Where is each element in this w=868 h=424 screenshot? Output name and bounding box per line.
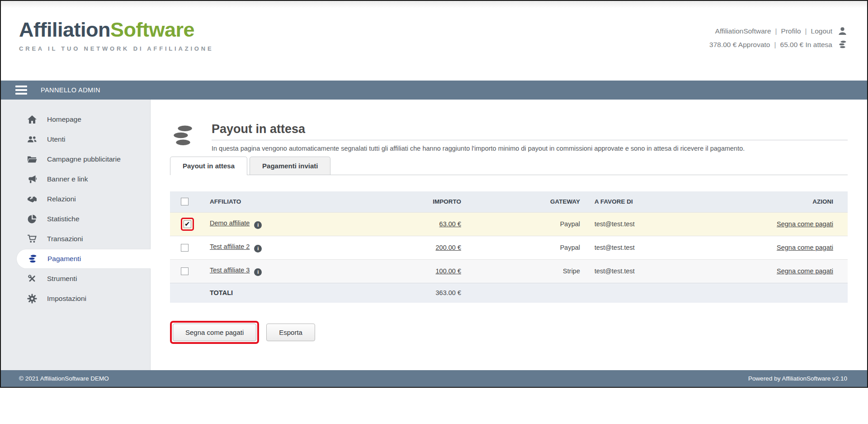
row-checkbox[interactable]	[181, 267, 189, 275]
sidebar-item-label: Utenti	[47, 135, 66, 143]
table-row: Demo affiliatei 63.00 € Paypal test@test…	[170, 212, 848, 236]
sidebar-item-campagne[interactable]: Campagne pubblicitarie	[1, 149, 150, 169]
sidebar-item-label: Campagne pubblicitarie	[47, 155, 121, 163]
logout-link[interactable]: Logout	[811, 28, 832, 35]
sidebar-item-label: Impostazioni	[47, 295, 86, 303]
header-brand-link[interactable]: AffiliationSoftware	[715, 28, 771, 35]
admin-bar-title: PANNELLO ADMIN	[41, 86, 100, 94]
megaphone-icon	[27, 174, 37, 184]
main-content: Payout in attesa In questa pagina vengon…	[151, 100, 867, 370]
logo[interactable]: AffiliationSoftware CREA IL TUO NETWORK …	[19, 18, 213, 81]
sidebar-item-strumenti[interactable]: Strumenti	[1, 269, 150, 289]
page-title: Payout in attesa	[212, 122, 848, 136]
column-header-gateway: GATEWAY	[475, 191, 594, 212]
affiliate-link[interactable]: Demo affiliate	[210, 219, 250, 227]
affiliate-link[interactable]: Test affiliate 2	[210, 243, 250, 250]
tab-payout-in-attesa[interactable]: Payout in attesa	[170, 157, 247, 175]
row-checkbox[interactable]	[181, 244, 189, 252]
table-header-row: AFFILIATO IMPORTO GATEWAY A FAVORE DI AZ…	[170, 191, 848, 212]
admin-bar: PANNELLO ADMIN	[1, 81, 867, 100]
export-button[interactable]: Esporta	[266, 324, 315, 341]
gateway-value: Paypal	[475, 212, 594, 236]
column-header-affiliato: AFFILIATO	[197, 191, 396, 212]
sidebar-item-relazioni[interactable]: Relazioni	[1, 189, 150, 209]
pie-chart-icon	[27, 214, 37, 224]
payee-value: test@test.test	[594, 212, 719, 236]
totals-value: 363.00 €	[396, 283, 475, 303]
sidebar-item-label: Transazioni	[47, 235, 83, 243]
payout-table-wrap: AFFILIATO IMPORTO GATEWAY A FAVORE DI AZ…	[170, 191, 848, 303]
tab-pagamenti-inviati[interactable]: Pagamenti inviati	[250, 157, 330, 175]
amount-link[interactable]: 63.00 €	[439, 220, 461, 228]
column-header-azioni: AZIONI	[719, 191, 848, 212]
sidebar: Homepage Utenti Campagne pubblicitarie B…	[1, 100, 151, 370]
payout-table: AFFILIATO IMPORTO GATEWAY A FAVORE DI AZ…	[170, 191, 848, 303]
totals-row: TOTALI 363.00 €	[170, 283, 848, 303]
separator: |	[775, 28, 777, 35]
home-icon	[27, 114, 37, 124]
sidebar-item-label: Pagamenti	[47, 255, 81, 263]
sidebar-item-banner[interactable]: Banner e link	[1, 169, 150, 189]
footer-copyright: © 2021 AffiliationSoftware DEMO	[19, 375, 109, 382]
approved-balance: 378.00 € Approvato	[709, 41, 770, 48]
sidebar-item-transazioni[interactable]: Transazioni	[1, 229, 150, 249]
separator: |	[774, 41, 776, 48]
column-header-importo: IMPORTO	[396, 191, 475, 212]
payee-value: test@test.test	[594, 259, 719, 283]
sidebar-item-homepage[interactable]: Homepage	[1, 110, 150, 129]
totals-label: TOTALI	[197, 283, 396, 303]
cart-icon	[27, 234, 37, 244]
sidebar-item-label: Relazioni	[47, 195, 76, 203]
affiliate-link[interactable]: Test affiliate 3	[210, 267, 250, 274]
page-header: Payout in attesa In questa pagina vengon…	[170, 122, 848, 152]
browser-viewport: AffiliationSoftware CREA IL TUO NETWORK …	[0, 0, 868, 388]
info-icon[interactable]: i	[254, 221, 262, 229]
logo-part-2: Software	[110, 18, 194, 41]
mark-paid-link[interactable]: Segna come pagati	[777, 220, 833, 228]
header-balances: 378.00 € Approvato | 65.00 € In attesa	[709, 40, 847, 49]
sidebar-item-label: Strumenti	[47, 275, 77, 283]
footer-powered-by: Powered by AffiliationSoftware v2.10	[748, 375, 847, 382]
mark-paid-link[interactable]: Segna come pagati	[777, 267, 833, 275]
sidebar-item-impostazioni[interactable]: Impostazioni	[1, 289, 150, 309]
annotation-red-box	[181, 218, 194, 231]
tab-bar: Payout in attesa Pagamenti inviati	[170, 157, 848, 175]
row-checkbox[interactable]	[184, 220, 191, 228]
pending-balance: 65.00 € In attesa	[780, 41, 832, 48]
table-row: Test affiliate 3i 100.00 € Stripe test@t…	[170, 259, 848, 283]
coins-icon	[28, 254, 38, 264]
logo-part-1: Affiliation	[19, 18, 110, 41]
coins-icon	[170, 122, 195, 152]
sidebar-item-label: Banner e link	[47, 175, 88, 183]
select-all-checkbox[interactable]	[181, 198, 189, 205]
profile-link[interactable]: Profilo	[781, 28, 801, 35]
sidebar-item-pagamenti[interactable]: Pagamenti	[16, 249, 151, 269]
sidebar-item-statistiche[interactable]: Statistiche	[1, 209, 150, 229]
payee-value: test@test.test	[594, 236, 719, 259]
header-user-area: AffiliationSoftware | Profilo | Logout 3…	[709, 26, 847, 81]
amount-link[interactable]: 200.00 €	[436, 244, 461, 251]
site-footer: © 2021 AffiliationSoftware DEMO Powered …	[1, 370, 867, 387]
logo-text: AffiliationSoftware	[19, 18, 213, 42]
mark-paid-button[interactable]: Segna come pagati	[173, 324, 256, 341]
action-buttons: Segna come pagati Esporta	[170, 321, 848, 344]
column-header-a-favore-di: A FAVORE DI	[594, 191, 719, 212]
sidebar-item-utenti[interactable]: Utenti	[1, 129, 150, 149]
gear-icon	[27, 294, 37, 304]
mark-paid-link[interactable]: Segna come pagati	[777, 244, 833, 251]
gateway-value: Paypal	[475, 236, 594, 259]
info-icon[interactable]: i	[254, 268, 262, 276]
info-icon[interactable]: i	[254, 245, 262, 252]
sidebar-item-label: Statistiche	[47, 215, 80, 223]
amount-link[interactable]: 100.00 €	[436, 267, 461, 275]
folder-open-icon	[27, 154, 37, 164]
header-nav: AffiliationSoftware | Profilo | Logout	[709, 26, 847, 36]
hamburger-menu-icon[interactable]	[15, 86, 27, 95]
page-description: In questa pagina vengono automaticamente…	[212, 145, 848, 152]
tools-icon	[27, 274, 37, 284]
table-row: Test affiliate 2i 200.00 € Paypal test@t…	[170, 236, 848, 259]
handshake-icon	[27, 194, 37, 204]
user-icon[interactable]	[838, 26, 847, 36]
divider	[212, 140, 848, 140]
separator: |	[805, 28, 807, 35]
